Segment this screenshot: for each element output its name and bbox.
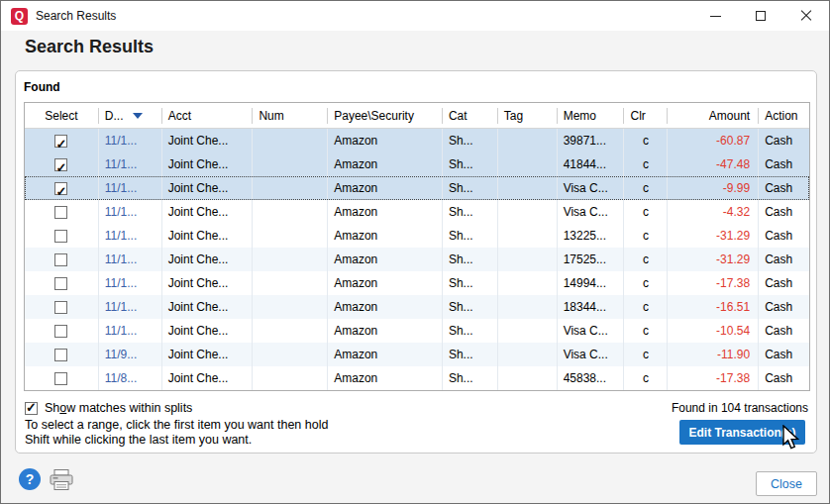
table-row[interactable]: 11/1...Joint Che...AmazonSh...18344...c-… <box>25 295 809 319</box>
tag-cell <box>497 319 557 343</box>
action-cell: Cash <box>758 129 809 152</box>
payee-cell: Amazon <box>327 224 442 248</box>
row-select-checkbox[interactable] <box>54 349 67 361</box>
amount-cell: -31.29 <box>667 224 758 248</box>
cat-cell: Sh... <box>442 129 497 152</box>
row-select-cell[interactable] <box>25 343 98 366</box>
close-dialog-button[interactable]: Close <box>756 471 817 496</box>
table-row[interactable]: 11/9...Joint Che...AmazonSh...Visa C...c… <box>25 343 809 366</box>
row-select-cell[interactable] <box>25 248 98 271</box>
column-header-acct[interactable]: Acct <box>161 108 253 124</box>
column-header-tag[interactable]: Tag <box>497 108 557 124</box>
row-select-checkbox[interactable] <box>54 277 67 290</box>
acct-cell: Joint Che... <box>161 129 253 152</box>
row-select-cell[interactable] <box>25 176 98 200</box>
action-cell: Cash <box>758 271 809 295</box>
column-header-date[interactable]: D... <box>98 108 161 124</box>
window-controls <box>692 1 829 31</box>
table-row[interactable]: 11/1...Joint Che...AmazonSh...14994...c-… <box>25 271 809 295</box>
memo-cell: 13225... <box>557 224 624 248</box>
row-select-checkbox[interactable] <box>54 182 67 195</box>
clr-cell: c <box>623 248 667 271</box>
row-select-cell[interactable] <box>25 319 98 343</box>
table-row[interactable]: 11/1...Joint Che...AmazonSh...41844...c-… <box>25 152 809 176</box>
page-title: Search Results <box>25 37 154 57</box>
maximize-icon <box>756 11 766 21</box>
acct-cell: Joint Che... <box>161 248 253 271</box>
window-title: Search Results <box>36 9 116 23</box>
payee-cell: Amazon <box>327 200 442 224</box>
row-select-checkbox[interactable] <box>54 158 67 171</box>
table-row[interactable]: 11/1...Joint Che...AmazonSh...Visa C...c… <box>25 319 809 343</box>
amount-cell: -60.87 <box>667 129 758 152</box>
row-select-cell[interactable] <box>25 366 98 390</box>
date-cell: 11/1... <box>98 152 161 176</box>
acct-cell: Joint Che... <box>161 176 253 200</box>
column-header-cat[interactable]: Cat <box>442 108 497 124</box>
column-header-clr[interactable]: Clr <box>623 108 667 124</box>
memo-cell: 41844... <box>557 152 624 176</box>
row-select-checkbox[interactable] <box>54 206 67 219</box>
tag-cell <box>497 248 557 271</box>
num-cell <box>252 129 327 152</box>
table-header: Select D... Acct Num Payee\Security Cat … <box>25 103 809 129</box>
payee-cell: Amazon <box>327 129 442 152</box>
column-header-payee[interactable]: Payee\Security <box>327 108 442 124</box>
range-hint-text: To select a range, click the first item … <box>25 418 328 448</box>
minimize-button[interactable] <box>692 1 738 31</box>
table-row[interactable]: 11/1...Joint Che...AmazonSh...13225...c-… <box>25 224 809 248</box>
help-button[interactable]: ? <box>19 468 41 490</box>
acct-cell: Joint Che... <box>161 343 253 366</box>
action-cell: Cash <box>758 152 809 176</box>
row-select-cell[interactable] <box>25 224 98 248</box>
column-header-action[interactable]: Action <box>758 108 809 124</box>
amount-cell: -16.51 <box>667 295 758 319</box>
tag-cell <box>497 200 557 224</box>
amount-cell: -17.38 <box>667 271 758 295</box>
cat-cell: Sh... <box>442 200 497 224</box>
clr-cell: c <box>623 271 667 295</box>
row-select-cell[interactable] <box>25 295 98 319</box>
row-select-checkbox[interactable] <box>54 135 67 148</box>
printer-icon <box>49 469 74 490</box>
num-cell <box>252 200 327 224</box>
table-row[interactable]: 11/1...Joint Che...AmazonSh...39871...c-… <box>25 129 809 152</box>
row-select-checkbox[interactable] <box>54 253 67 266</box>
clr-cell: c <box>623 176 667 200</box>
tag-cell <box>497 129 557 152</box>
action-cell: Cash <box>758 295 809 319</box>
column-header-select[interactable]: Select <box>25 108 98 124</box>
close-window-button[interactable] <box>783 1 829 31</box>
num-cell <box>252 295 327 319</box>
date-cell: 11/1... <box>98 176 161 200</box>
row-select-checkbox[interactable] <box>54 230 67 243</box>
column-header-amount[interactable]: Amount <box>667 108 758 124</box>
row-select-checkbox[interactable] <box>54 325 67 338</box>
table-row[interactable]: 11/1...Joint Che...AmazonSh...Visa C...c… <box>25 176 809 200</box>
table-row[interactable]: 11/1...Joint Che...AmazonSh...Visa C...c… <box>25 200 809 224</box>
row-select-cell[interactable] <box>25 200 98 224</box>
column-header-memo[interactable]: Memo <box>557 108 624 124</box>
payee-cell: Amazon <box>327 343 442 366</box>
memo-cell: Visa C... <box>557 319 624 343</box>
action-cell: Cash <box>758 176 809 200</box>
row-select-checkbox[interactable] <box>54 372 67 385</box>
found-count-text: Found in 104 transactions <box>672 401 808 415</box>
acct-cell: Joint Che... <box>161 319 253 343</box>
cat-cell: Sh... <box>442 343 497 366</box>
tag-cell <box>497 152 557 176</box>
num-cell <box>252 343 327 366</box>
column-header-num[interactable]: Num <box>252 108 327 124</box>
acct-cell: Joint Che... <box>161 271 253 295</box>
table-row[interactable]: 11/1...Joint Che...AmazonSh...17525...c-… <box>25 248 809 271</box>
show-splits-checkbox[interactable] <box>25 402 38 415</box>
print-button[interactable] <box>49 469 74 490</box>
row-select-cell[interactable] <box>25 152 98 176</box>
table-row[interactable]: 11/8...Joint Che...AmazonSh...45838...c-… <box>25 366 809 390</box>
row-select-checkbox[interactable] <box>54 301 67 314</box>
amount-cell: -31.29 <box>667 248 758 271</box>
row-select-cell[interactable] <box>25 271 98 295</box>
row-select-cell[interactable] <box>25 129 98 152</box>
maximize-button[interactable] <box>738 1 783 31</box>
amount-cell: -47.48 <box>667 152 758 176</box>
